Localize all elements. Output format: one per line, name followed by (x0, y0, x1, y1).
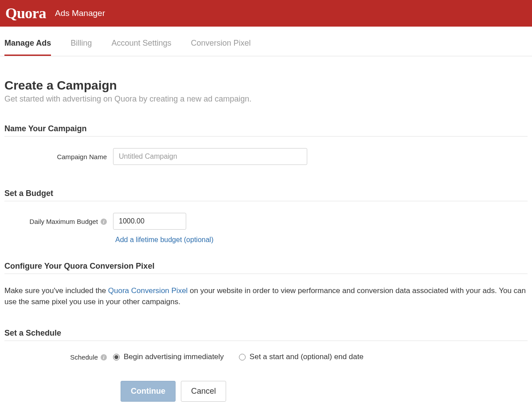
label-daily-budget-text: Daily Maximum Budget (30, 218, 98, 225)
page-title: Create a Campaign (4, 78, 528, 93)
section-title-pixel: Configure Your Quora Conversion Pixel (4, 262, 528, 274)
label-campaign-name: Campaign Name (4, 153, 113, 160)
help-icon[interactable]: i (101, 219, 107, 225)
pixel-description: Make sure you've included the Quora Conv… (4, 286, 528, 307)
radio-begin-immediately-label: Begin advertising immediately (124, 352, 224, 361)
tab-account-settings[interactable]: Account Settings (111, 31, 171, 56)
row-schedule: Schedule i Begin advertising immediately… (4, 352, 528, 361)
campaign-name-input[interactable] (113, 148, 307, 165)
nav-bar: Manage Ads Billing Account Settings Conv… (0, 27, 532, 56)
label-schedule: Schedule i (4, 353, 113, 361)
section-title-schedule: Set a Schedule (4, 329, 528, 341)
section-title-name-campaign: Name Your Campaign (4, 124, 528, 137)
page-content: Create a Campaign Get started with adver… (0, 56, 532, 411)
add-lifetime-budget-link[interactable]: Add a lifetime budget (optional) (115, 236, 213, 244)
app-title: Ads Manager (55, 8, 105, 18)
tab-billing[interactable]: Billing (70, 31, 92, 56)
radio-begin-immediately-input[interactable] (113, 354, 120, 360)
radio-begin-immediately[interactable]: Begin advertising immediately (113, 352, 224, 361)
row-daily-budget: Daily Maximum Budget i (4, 213, 528, 230)
radio-set-dates-label: Set a start and (optional) end date (250, 352, 364, 361)
schedule-radio-group: Begin advertising immediately Set a star… (113, 352, 528, 361)
label-schedule-text: Schedule (70, 353, 98, 361)
header-bar: Quora Ads Manager (0, 0, 532, 27)
help-icon[interactable]: i (101, 354, 107, 360)
continue-button[interactable]: Continue (121, 381, 176, 402)
quora-logo: Quora (5, 5, 46, 22)
button-row: Continue Cancel (4, 381, 528, 402)
row-campaign-name: Campaign Name (4, 148, 528, 165)
radio-set-dates-input[interactable] (239, 354, 246, 360)
row-lifetime-budget-link: Add a lifetime budget (optional) (4, 236, 528, 244)
cancel-button[interactable]: Cancel (181, 381, 226, 402)
section-title-budget: Set a Budget (4, 189, 528, 201)
pixel-text-before: Make sure you've included the (4, 286, 108, 295)
page-subtitle: Get started with advertising on Quora by… (4, 94, 528, 104)
label-daily-budget: Daily Maximum Budget i (4, 218, 113, 225)
tab-conversion-pixel[interactable]: Conversion Pixel (191, 31, 250, 56)
tab-manage-ads[interactable]: Manage Ads (4, 31, 51, 56)
quora-conversion-pixel-link[interactable]: Quora Conversion Pixel (108, 286, 188, 295)
daily-budget-input[interactable] (113, 213, 186, 230)
radio-set-dates[interactable]: Set a start and (optional) end date (239, 352, 364, 361)
